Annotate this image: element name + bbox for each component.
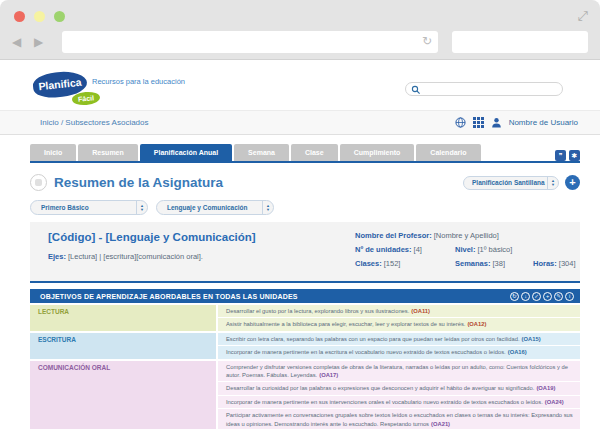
stepper-icon: ▲▼: [136, 201, 147, 214]
add-icon[interactable]: +: [543, 292, 552, 301]
tab-inicio[interactable]: Inicio: [30, 144, 76, 161]
level-value: [1º básico]: [475, 245, 512, 254]
grade-select[interactable]: Primero Básico ▲▼: [30, 200, 148, 215]
fullscreen-icon[interactable]: ⤢: [578, 8, 588, 24]
user-area: Nombre de Usuario: [455, 117, 578, 128]
globe-icon[interactable]: [455, 117, 466, 128]
objetivos-table: LECTURA Desarrollar el gusto por la lect…: [30, 305, 580, 429]
subject-info-left: [Código] - [Lenguaje y Comunicación] Eje…: [48, 231, 355, 273]
level-label: Nivel:: [455, 245, 475, 254]
refresh-icon[interactable]: ↻: [510, 292, 519, 301]
objetivo-text: Incorporar de manera pertinente en la es…: [226, 349, 506, 355]
user-name[interactable]: Nombre de Usuario: [509, 118, 578, 127]
objetivos-section-comunicacion-oral: COMUNICACIÓN ORAL Comprender y disfrutar…: [30, 361, 580, 429]
tab-strip: Inicio Resumen Planificación Anual Seman…: [0, 144, 600, 163]
gear-icon[interactable]: ✱: [569, 150, 580, 161]
site-header: Planifica Fácil Recursos para la educaci…: [0, 60, 600, 110]
zoom-window-button[interactable]: [54, 11, 65, 22]
objetivos-toolbar: ↻ ↓ ✓ + ✎ i: [510, 292, 574, 301]
objetivo-text: Comprender y disfrutar versiones complet…: [226, 364, 568, 378]
minimize-window-button[interactable]: [34, 11, 45, 22]
browser-chrome: ⤢ ◀ ▶ ↻: [0, 0, 600, 60]
objetivo-text: Desarrollar la curiosidad por las palabr…: [226, 385, 534, 391]
objetivos-section-escritura: ESCRITURA Escribir con letra clara, sepa…: [30, 333, 580, 359]
logo-tagline: Recursos para la educación: [92, 77, 185, 86]
hours-label: Horas:: [533, 259, 557, 268]
objetivo-row: Participar activamente en conversaciones…: [218, 409, 580, 429]
objetivo-code: (OA21): [431, 421, 450, 427]
site-search[interactable]: [405, 82, 563, 96]
objetivo-row: Incorporar de manera pertinente en la es…: [218, 346, 580, 358]
objetivo-text: Asistir habitualmente a la biblioteca pa…: [226, 321, 465, 327]
tab-actions: ❞ ✱: [555, 150, 580, 161]
edit-icon[interactable]: ✎: [554, 292, 563, 301]
objetivos-section-lectura: LECTURA Desarrollar el gusto por la lect…: [30, 305, 580, 331]
user-icon[interactable]: [491, 117, 502, 128]
objetivo-code: (OA15): [522, 336, 541, 342]
objetivo-code: (OA17): [319, 372, 338, 378]
objetivo-text: Desarrollar el gusto por la lectura, exp…: [226, 308, 409, 314]
objetivo-code: (OA19): [536, 385, 555, 391]
tab-resumen[interactable]: Resumen: [78, 144, 138, 161]
units-value: [4]: [412, 245, 422, 254]
subject-info-panel: [Código] - [Lenguaje y Comunicación] Eje…: [30, 222, 580, 283]
subject-icon: [30, 174, 47, 191]
url-bar[interactable]: ↻: [62, 31, 438, 53]
objetivo-text: Incorporar de manera pertinente en sus i…: [226, 399, 543, 405]
site-search-input[interactable]: [424, 83, 556, 95]
title-row: Resumen de la Asignatura Planificación S…: [30, 174, 580, 191]
check-icon[interactable]: ✓: [532, 292, 541, 301]
objetivo-row: Incorporar de manera pertinente en sus i…: [218, 396, 580, 408]
tab-planificacion-anual[interactable]: Planificación Anual: [140, 144, 232, 161]
classes-label: Clases:: [355, 259, 382, 268]
stepper-icon: ▲▼: [547, 177, 558, 189]
subject-select[interactable]: Lenguaje y Comunicación ▲▼: [156, 200, 274, 215]
back-button[interactable]: ◀: [12, 33, 21, 51]
filters-row: Primero Básico ▲▼ Lenguaje y Comunicació…: [30, 200, 580, 215]
section-label: LECTURA: [30, 305, 216, 331]
browser-search-field[interactable]: [452, 31, 588, 53]
section-label: ESCRITURA: [30, 333, 216, 359]
tab-semana[interactable]: Semana: [234, 144, 289, 161]
comment-icon[interactable]: ❞: [555, 150, 566, 161]
ejes-line: Ejes: [Lectura] | [escritura][comunicaci…: [48, 252, 355, 261]
info-icon[interactable]: i: [565, 292, 574, 301]
objetivo-code: (OA12): [467, 321, 486, 327]
breadcrumb[interactable]: Inicio / Subsectores Asociados: [40, 118, 149, 127]
professor-label: Nombre del Profesor:: [355, 231, 432, 240]
stepper-icon: ▲▼: [262, 201, 273, 214]
objetivo-row: Escribir con letra clara, separando las …: [218, 333, 580, 345]
reload-icon[interactable]: ↻: [422, 34, 432, 48]
plan-select-value: Planificación Santillana: [472, 179, 545, 186]
objetivo-row: Asistir habitualmente a la biblioteca pa…: [218, 318, 580, 330]
objetivo-code: (OA16): [508, 349, 527, 355]
objetivo-row: Comprender y disfrutar versiones complet…: [218, 361, 580, 382]
utility-bar: Inicio / Subsectores Asociados Nombre de…: [0, 110, 600, 135]
subject-code-title: [Código] - [Lenguaje y Comunicación]: [48, 231, 355, 243]
add-plan-button[interactable]: +: [565, 175, 580, 190]
objetivo-code: (OA11): [411, 308, 430, 314]
objetivo-text: Participar activamente en conversaciones…: [226, 412, 573, 426]
close-window-button[interactable]: [14, 11, 25, 22]
objetivo-row: Desarrollar el gusto por la lectura, exp…: [218, 305, 580, 317]
classes-value: [152]: [382, 259, 401, 268]
search-icon: [411, 85, 421, 95]
section-label: COMUNICACIÓN ORAL: [30, 361, 216, 429]
browser-window: ⤢ ◀ ▶ ↻ Planifica Fácil Recursos para la…: [0, 0, 600, 429]
ejes-label: Ejes:: [48, 252, 66, 261]
tab-cumplimiento[interactable]: Cumplimiento: [340, 144, 415, 161]
weeks-value: [38]: [490, 259, 505, 268]
main-content: Resumen de la Asignatura Planificación S…: [0, 163, 600, 429]
plan-select[interactable]: Planificación Santillana ▲▼: [463, 176, 559, 190]
tab-clase[interactable]: Clase: [291, 144, 338, 161]
download-icon[interactable]: ↓: [521, 292, 530, 301]
page-title: Resumen de la Asignatura: [54, 175, 223, 190]
tab-calendario[interactable]: Calendario: [416, 144, 480, 161]
objetivo-code: (OA24): [545, 399, 564, 405]
objetivos-title: OBJETIVOS DE APRENDIZAJE ABORDABLES EN T…: [40, 293, 298, 300]
ejes-value: [Lectura] | [escritura][comunicación ora…: [66, 252, 203, 261]
apps-grid-icon[interactable]: [473, 117, 484, 128]
browser-search-input[interactable]: [452, 31, 588, 53]
forward-button[interactable]: ▶: [34, 33, 43, 51]
url-input[interactable]: [68, 31, 408, 53]
